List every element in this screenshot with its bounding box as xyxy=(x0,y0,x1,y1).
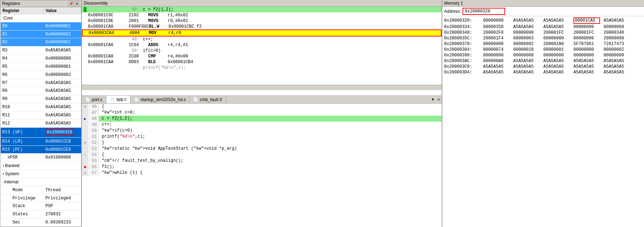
line-number: 57 xyxy=(88,170,99,176)
register-row[interactable]: R70xA5A5A5A5 xyxy=(1,79,81,87)
memory-value: 00000074 xyxy=(483,47,510,52)
register-row[interactable]: R14 (LR)0x08001CCB xyxy=(1,137,81,145)
register-row[interactable]: R50x00000001 xyxy=(1,62,81,71)
memory-row[interactable]: 0x2000035C:200001F4 00000003 00000000 00… xyxy=(442,35,644,41)
tab-port-c[interactable]: 📄port.c xyxy=(82,96,106,103)
register-row[interactable]: R15 (PC)0x08001CE6 xyxy=(1,145,81,154)
memory-value: 200001F4 xyxy=(483,36,510,41)
tab-close-icon[interactable]: ✕ xyxy=(436,97,442,102)
green-bar xyxy=(84,18,86,23)
reg-value: 0x00000001 xyxy=(44,22,81,30)
disasm-line[interactable]: 0x08001C9E2001MOVSr0,#0x01 xyxy=(82,18,442,24)
reg-name: R14 (LR) xyxy=(1,137,44,145)
code-line[interactable]: 49 c++; xyxy=(82,122,442,128)
disasm-bytes: 1C64 xyxy=(129,43,148,48)
memory-row[interactable]: 0x200003AC:800000A8 A5A5A5A5 A5A5A5A5 A5… xyxy=(442,58,644,64)
disasm-line[interactable]: 0x08001CA82C00CMPr4,#0x00 xyxy=(82,54,442,59)
memory-row[interactable]: 0x20000320:00000000 A5A5A5A5 A5A5A5A5 08… xyxy=(442,17,644,24)
memory-value: A5A5A5A5 xyxy=(483,70,510,75)
memory-row[interactable]: 0x20000348:200002F8 00000000 200001FC 20… xyxy=(442,30,644,35)
memory-row[interactable]: 0x200003C0:A5A5A5A5 A5A5A5A5 A5A5A5A5 A5… xyxy=(442,64,644,70)
line-marker xyxy=(82,158,88,164)
register-row[interactable]: R00x00000001 xyxy=(1,22,81,30)
disasm-line[interactable]: 48:c = f2(1,2); xyxy=(82,7,442,12)
disassembly-content[interactable]: 48:c = f2(1,2);0x08001C9C2102MOVSr1,#0x0… xyxy=(82,7,442,85)
register-row[interactable]: R120xA5A5A5A5 xyxy=(1,119,81,127)
collapse-marker[interactable]: ⊟ xyxy=(84,171,86,175)
disasm-line[interactable]: 50:if(c>0) xyxy=(82,48,442,54)
disasm-line[interactable]: 0x08001CA0F000F80CBL.W0x08001CBC f2 xyxy=(82,24,442,29)
line-marker xyxy=(82,122,88,128)
green-bar xyxy=(84,60,86,65)
memory-row[interactable]: 0x20000334:0800035D A5A5A5A5 A5A5A5A5 00… xyxy=(442,24,644,30)
collapse-marker[interactable]: ⊞ xyxy=(84,105,86,109)
code-line[interactable]: 53 "kw">static "kw">void AppTaskStart ("… xyxy=(82,146,442,152)
reg-group-system[interactable]: +System xyxy=(1,170,81,178)
reg-group-internal[interactable]: -Internal xyxy=(1,178,81,186)
breakpoint-icon[interactable]: ● xyxy=(84,164,86,170)
line-number: 53 xyxy=(88,146,99,152)
disasm-line[interactable]: 0x08001CA44604MOVr4,r0 xyxy=(82,29,442,37)
reg-group-banked[interactable]: +Banked xyxy=(1,162,81,170)
memory-row[interactable]: 0x20000370:00000000 00000002 200002A0 5F… xyxy=(442,41,644,47)
code-line[interactable]: ⊞ 46 { xyxy=(82,104,442,110)
line-marker: ⊟ xyxy=(82,170,88,176)
register-row[interactable]: R100xA5A5A5A5 xyxy=(1,103,81,111)
memory-value: 00000000 xyxy=(573,36,600,41)
memory-content[interactable]: 0x20000320:00000000 A5A5A5A5 A5A5A5A5 08… xyxy=(442,16,644,227)
code-line[interactable]: 55 "cm">// fault_test_by_unalign(); xyxy=(82,158,442,164)
code-line[interactable]: 50 "kw">if(c>0) xyxy=(82,128,442,134)
register-row[interactable]: R110xA5A5A5A5 xyxy=(1,111,81,119)
memory-row[interactable]: 0x20000384:00000074 00000028 00000001 00… xyxy=(442,47,644,52)
register-row[interactable]: R10x00000002 xyxy=(1,30,81,38)
disasm-line[interactable]: 0x08001CAADD03BLE0x08001CB4 xyxy=(82,59,442,65)
memory-value: A5A5A5A5 xyxy=(513,18,540,23)
register-row[interactable]: R90xA5A5A5A5 xyxy=(1,95,81,103)
breakpoint-placeholder: ○ xyxy=(84,152,86,158)
memory-row[interactable]: 0x200003D4:A5A5A5A5 A5A5A5A5 A5A5A5A5 A5… xyxy=(442,70,644,75)
register-row[interactable]: R40x00000000 xyxy=(1,55,81,63)
tab-cmb-fault-s[interactable]: 📄cmb_fault.S xyxy=(190,96,226,103)
register-row[interactable]: R13 (SP)0x20000320 xyxy=(1,127,81,137)
close-icon[interactable]: ✕ xyxy=(74,1,79,6)
disasm-scroll-bar[interactable] xyxy=(82,85,442,90)
editor-panel: 📄port.c📄app.c📄startup_stm32f10x_hd.s📄cmb… xyxy=(82,96,442,227)
reg-name: R10 xyxy=(1,103,44,111)
code-line[interactable]: ⊟ 57 "kw">while (1) { xyxy=(82,170,442,176)
editor-content[interactable]: ⊞ 46 { 47 "kw">int c=0; ▶ 48 c = f2(1,2)… xyxy=(82,104,442,227)
memory-value: 00000000 xyxy=(543,36,570,41)
disasm-line[interactable]: 0x08001C9C2102MOVSr1,#0x02 xyxy=(82,12,442,18)
memory-row[interactable]: 0x20000398:00000000 00000000 00000000 00… xyxy=(442,52,644,58)
line-content: { xyxy=(99,152,442,158)
code-line[interactable]: 51 printf("%d\n",c); xyxy=(82,134,442,140)
tab-startup-stm32f10x-hd-s[interactable]: 📄startup_stm32f10x_hd.s xyxy=(130,96,190,103)
pin-icon[interactable]: 📌 xyxy=(68,1,73,6)
disasm-line[interactable]: printf("%d\n",c); xyxy=(82,65,442,71)
register-row[interactable]: xPSR0x01000000 xyxy=(1,154,81,162)
disasm-line[interactable]: 0x08001CA61C64ADDSr4,r4,#1 xyxy=(82,42,442,48)
memory-address-input[interactable] xyxy=(463,8,505,15)
register-row[interactable]: R30xA5A5A5A5 xyxy=(1,46,81,55)
execution-arrow: ▶ xyxy=(84,117,86,121)
tab-dropdown-icon[interactable]: ▼ xyxy=(430,98,436,102)
tab-app-c[interactable]: 📄app.c xyxy=(106,96,130,103)
code-line[interactable]: ▶ 48 c = f2(1,2); xyxy=(82,116,442,122)
memory-title: Memory 1 xyxy=(442,0,644,7)
code-line[interactable]: 47 "kw">int c=0; xyxy=(82,110,442,116)
middle-panel: Disassembly 48:c = f2(1,2);0x08001C9C210… xyxy=(82,0,442,227)
disasm-line[interactable]: 49:c++; xyxy=(82,37,442,42)
register-row[interactable]: R20x00000001 xyxy=(1,38,81,46)
code-line[interactable]: ● 56 f1(); xyxy=(82,164,442,170)
green-bar xyxy=(84,65,86,70)
memory-value: A5A5A5A5 xyxy=(483,64,510,69)
register-row[interactable]: R60x00000002 xyxy=(1,71,81,79)
collapse-marker[interactable]: ⊞ xyxy=(84,141,86,145)
tab-controls: ▼✕ xyxy=(430,96,442,103)
register-internal-row: ModeThread xyxy=(1,186,81,194)
code-line[interactable]: ⊞ 52 } xyxy=(82,140,442,146)
code-line[interactable]: ○ 54 { xyxy=(82,152,442,158)
register-row[interactable]: R80xA5A5A5A5 xyxy=(1,87,81,95)
memory-address: 0x20000348: xyxy=(444,30,480,35)
memory-value: A5A5A5A5 xyxy=(543,18,570,23)
disasm-addr: 0x08001C9E xyxy=(88,18,127,23)
